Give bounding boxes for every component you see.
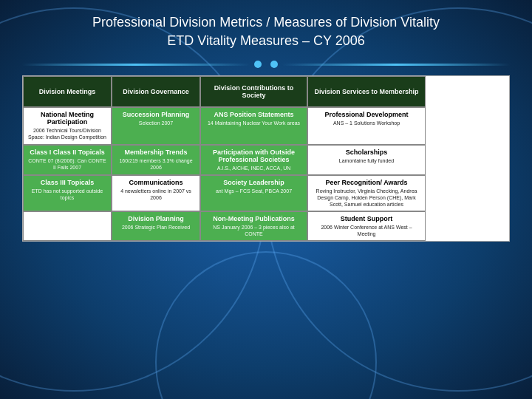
row2-col2: Membership Trends 160/219 members 3.3% c… — [112, 145, 200, 175]
row4-col2: Division Planning 2006 Strategic Plan Re… — [112, 211, 200, 241]
accent-dot-left — [254, 61, 262, 68]
row1-col3: ANS Position Statements 14 Maintaining N… — [200, 107, 307, 144]
accent-dot-right — [270, 61, 278, 68]
row2-col3: Participation with Outside Professional … — [200, 145, 307, 175]
page-wrapper: Professional Division Metrics / Measures… — [0, 0, 532, 249]
accent-line — [22, 61, 510, 68]
page-title: Professional Division Metrics / Measures… — [22, 13, 510, 50]
header-col1: Division Meetings — [23, 76, 112, 107]
row2-col4: Scholarships Lamontaine fully funded — [307, 145, 426, 175]
row3-col4: Peer Recognition/ Awards Roving Instruct… — [307, 175, 426, 211]
row1-col4: Professional Development ANS – 1 Solutio… — [307, 107, 426, 144]
row3-col3: Society Leadership ant Mgs – FCS Seat, P… — [200, 175, 307, 211]
row1-col1: National Meeting Participation 2006 Tech… — [23, 107, 112, 144]
row1-col2: Succession Planning Selection 2007 — [112, 107, 200, 144]
row4-col3: Non-Meeting Publications NS January 2006… — [200, 211, 307, 241]
row4-col4: Student Support 2006 Winter Conference a… — [307, 211, 426, 241]
row3-col1: Class III Topicals ETD has not supported… — [23, 175, 112, 211]
row3-col2: Communications 4 newsletters online in 2… — [112, 175, 200, 211]
row2-col1: Class I Class II Topicals CONTE 07 (8/20… — [23, 145, 112, 175]
header-col4: Division Services to Membership — [307, 76, 426, 107]
header-col3: Division Contributions to Society — [200, 76, 307, 107]
metrics-grid: Division Meetings Division Governance Di… — [22, 75, 510, 242]
row4-col1 — [23, 211, 112, 241]
header-col2: Division Governance — [112, 76, 200, 107]
